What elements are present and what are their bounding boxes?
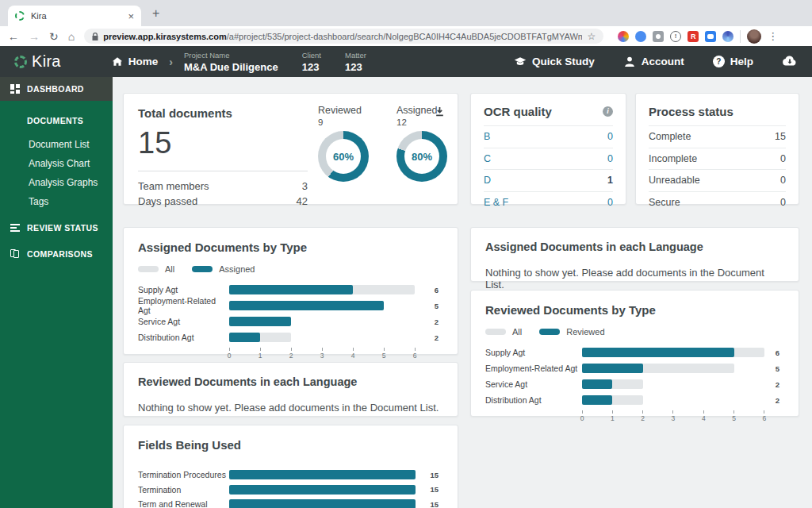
extension-r-icon[interactable]: R [688, 31, 699, 42]
extension-colorful-icon[interactable] [618, 31, 629, 42]
tab-title: Kira [31, 11, 128, 21]
new-tab-button[interactable]: + [152, 6, 159, 21]
download-button[interactable] [435, 106, 445, 120]
process-row-complete: Complete 15 [649, 125, 786, 148]
help-icon: ? [713, 56, 725, 67]
quick-study-button[interactable]: Quick Study [514, 56, 595, 68]
bar-area [229, 301, 415, 310]
reviewed-donut-percent: 60% [326, 139, 361, 174]
extension-swirl-icon[interactable] [722, 31, 733, 42]
reload-icon[interactable]: ↻ [49, 31, 59, 42]
chart-row: Employment-Related Agt 5 [485, 360, 784, 376]
bar-assigned [229, 301, 384, 310]
ocr-row-label: C [484, 153, 491, 164]
nav-home[interactable]: Home [112, 56, 159, 67]
extension-blue-oval-icon[interactable] [635, 31, 646, 42]
info-icon[interactable]: i [603, 106, 613, 117]
fields-being-used-title: Fields Being Used [138, 438, 443, 452]
chart-row-value: 6 [776, 348, 784, 357]
chart-row-value: 2 [776, 396, 784, 405]
home-icon[interactable]: ⌂ [68, 31, 75, 42]
profile-avatar[interactable] [747, 29, 761, 44]
forward-icon[interactable]: → [29, 31, 40, 42]
team-members-label: Team members [138, 179, 209, 194]
help-button[interactable]: ? Help [713, 56, 753, 67]
url-text: preview.app.kirasystems.com/a#project/53… [103, 32, 582, 41]
sidebar-item-analysis-graphs[interactable]: Analysis Graphs [29, 173, 113, 192]
bar-assigned [229, 317, 291, 326]
chart-row-label: Employment-Related Agt [138, 296, 229, 315]
extension-alert-icon[interactable]: ! [670, 31, 681, 42]
chart-row: Distribution Agt 2 [138, 329, 443, 345]
sidebar-comparisons-label: COMPARISONS [27, 249, 93, 259]
ocr-row-label: E & F [484, 197, 508, 208]
legend-reviewed-label: Reviewed [566, 327, 604, 337]
chart-row: Supply Agt 6 [485, 344, 784, 360]
bar-reviewed [582, 364, 643, 373]
tab-close-icon[interactable]: × [128, 10, 134, 22]
sidebar-item-analysis-chart[interactable]: Analysis Chart [29, 154, 113, 173]
process-row-label: Incomplete [649, 153, 697, 164]
ocr-row-b[interactable]: B 0 [484, 125, 613, 148]
bar-area [582, 364, 764, 373]
dashboard-grid-icon [10, 84, 20, 94]
extension-blue-square-icon[interactable] [705, 31, 716, 42]
chart-row-label: Service Agt [138, 317, 229, 326]
process-row-value: 0 [780, 175, 786, 186]
ocr-row-c[interactable]: C 0 [484, 148, 613, 170]
sidebar-item-documents[interactable]: DOCUMENTS [0, 109, 113, 133]
lock-icon [92, 33, 98, 40]
reviewed-language-card: Reviewed Documents in each Language Noth… [123, 362, 458, 417]
total-documents-count: 15 [138, 126, 308, 160]
breadcrumb-project[interactable]: Project Name M&A Due Diligence [184, 51, 278, 73]
assigned-language-empty-message: Nothing to show yet. Please add document… [485, 267, 784, 291]
browser-tab[interactable]: Kira × [8, 6, 141, 26]
total-documents-card: Total documents 15 Team members 3 Days p… [123, 93, 458, 205]
account-button[interactable]: Account [623, 56, 684, 68]
bar-field [229, 485, 416, 495]
ocr-row-label: B [484, 131, 490, 142]
assigned-by-type-title: Assigned Documents by Type [138, 241, 443, 254]
donut-area: Reviewed 9 60% Assigned 12 80% [318, 105, 447, 182]
chart-row-label: Supply Agt [485, 348, 582, 357]
extension-camera-icon[interactable] [653, 31, 664, 42]
chart-row: Distribution Agt 2 [485, 392, 784, 408]
bar-area [229, 499, 416, 508]
days-passed-value: 42 [297, 194, 308, 209]
ocr-row-ef[interactable]: E & F 0 [484, 191, 613, 214]
process-rows: Complete 15 Incomplete 0 Unreadable 0 Se… [649, 125, 786, 213]
app-navbar: Kira Home › Project Name M&A Due Diligen… [0, 46, 812, 77]
sidebar-item-document-list[interactable]: Document List [29, 135, 113, 154]
kira-logo-icon [14, 56, 27, 68]
chart-row: Termination 15 [138, 483, 443, 498]
back-icon[interactable]: ← [8, 31, 19, 42]
ocr-row-d[interactable]: D 1 [484, 169, 613, 191]
sidebar-item-review-status[interactable]: REVIEW STATUS [0, 216, 113, 240]
nav-home-label: Home [128, 56, 159, 67]
comparisons-pages-icon [10, 249, 20, 259]
kira-logo[interactable]: Kira [14, 52, 61, 71]
chart-row-value: 15 [430, 471, 443, 479]
project-name-label: Project Name [184, 51, 278, 60]
chart-row-label: Distribution Agt [138, 333, 229, 342]
bar-area [229, 317, 415, 326]
ocr-quality-title: OCR quality [484, 105, 552, 118]
cloud-download-button[interactable] [782, 55, 798, 69]
navbar-actions: Quick Study Account ? Help [514, 55, 798, 69]
browser-menu-icon[interactable]: ⋮ [768, 30, 778, 42]
legend-all-label: All [165, 264, 174, 274]
sidebar-item-dashboard[interactable]: DASHBOARD [0, 77, 113, 101]
ocr-rows: B 0 C 0 D 1 E & F 0 [484, 125, 613, 213]
process-row-secure: Secure 0 [649, 191, 786, 214]
process-row-label: Complete [649, 131, 691, 142]
sidebar-item-tags[interactable]: Tags [29, 192, 113, 211]
url-domain: preview.app.kirasystems.com [103, 32, 227, 41]
bookmark-star-icon[interactable]: ☆ [587, 31, 596, 42]
url-bar[interactable]: preview.app.kirasystems.com/a#project/53… [84, 29, 603, 44]
chart-row-label: Supply Agt [138, 285, 229, 294]
sidebar-item-comparisons[interactable]: COMPARISONS [0, 242, 113, 266]
client-value: 123 [302, 61, 321, 73]
sidebar: DASHBOARD DOCUMENTS Document List Analys… [0, 77, 113, 508]
matter-label: Matter [345, 51, 366, 60]
reviewed-donut-label: Reviewed [318, 105, 369, 116]
